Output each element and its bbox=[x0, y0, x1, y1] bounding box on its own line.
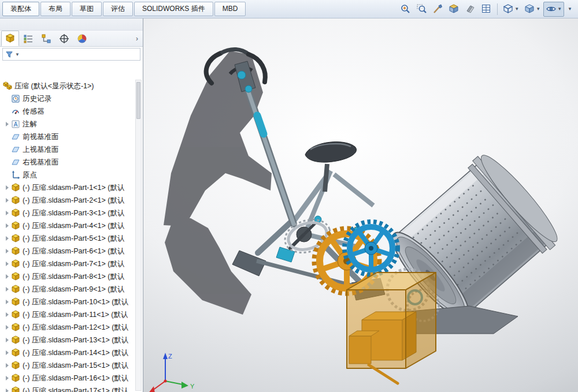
command-manager-ribbon: 装配体 布局 草图 评估 SOLIDWORKS 插件 MBD bbox=[0, 0, 578, 18]
expand-arrow-icon[interactable] bbox=[3, 376, 11, 380]
triad-z-label: Z bbox=[168, 353, 172, 360]
cast-shadow bbox=[164, 51, 272, 315]
view-settings-button[interactable] bbox=[479, 2, 494, 17]
featuremanager-icon bbox=[5, 33, 15, 43]
expand-arrow-icon[interactable] bbox=[3, 262, 11, 266]
tree-item-part[interactable]: (-) 压缩.sldasm-Part-12<1> (默认 bbox=[0, 321, 134, 334]
expand-arrow-icon[interactable] bbox=[3, 338, 11, 342]
tree-item-annotations[interactable]: 注解 bbox=[0, 118, 134, 130]
expand-arrow-icon[interactable] bbox=[3, 198, 11, 203]
toolbar-options-button[interactable]: ▼ bbox=[565, 2, 575, 17]
expand-arrow-icon[interactable] bbox=[3, 249, 11, 253]
filter-funnel-icon bbox=[5, 50, 14, 59]
tree-item-part[interactable]: (-) 压缩.sldasm-Part-13<1> (默认 bbox=[0, 334, 134, 346]
toolbar-separator bbox=[497, 3, 498, 15]
panel-header-gap bbox=[0, 18, 143, 31]
part-icon bbox=[11, 386, 20, 392]
tree-root-assembly[interactable]: 压缩 (默认<显示状态-1>) bbox=[0, 80, 134, 92]
tree-item-sensors[interactable]: 传感器 bbox=[0, 105, 134, 118]
tree-item-part[interactable]: (-) 压缩.sldasm-Part-16<1> (默认 bbox=[0, 372, 134, 384]
tree-item-origin[interactable]: 原点 bbox=[0, 169, 134, 181]
plane-icon bbox=[11, 158, 20, 167]
tree-item-right-plane[interactable]: 右视基准面 bbox=[0, 156, 134, 169]
expand-arrow-icon[interactable] bbox=[3, 236, 11, 241]
plane-icon bbox=[11, 145, 20, 154]
part-icon bbox=[11, 247, 20, 256]
part-icon bbox=[11, 234, 20, 243]
ribbon-tab-layout[interactable]: 布局 bbox=[40, 2, 71, 16]
apply-scene-icon bbox=[465, 3, 476, 14]
ribbon-tab-addins[interactable]: SOLIDWORKS 插件 bbox=[134, 2, 213, 16]
part-icon bbox=[11, 272, 20, 281]
zoom-to-area-icon bbox=[416, 3, 427, 14]
tree-item-part[interactable]: (-) 压缩.sldasm-Part-6<1> (默认 bbox=[0, 245, 134, 257]
tree-item-part[interactable]: (-) 压缩.sldasm-Part-2<1> (默认 bbox=[0, 194, 134, 207]
expand-arrow-icon[interactable] bbox=[3, 325, 11, 330]
zoom-to-area-button[interactable] bbox=[414, 2, 429, 17]
expand-arrow-icon[interactable] bbox=[3, 223, 11, 228]
graphics-viewport[interactable]: Z X Y bbox=[143, 18, 578, 392]
zoom-to-fit-icon bbox=[400, 3, 411, 14]
tree-scrollbar[interactable] bbox=[135, 80, 142, 391]
orientation-triad[interactable]: Z X Y bbox=[144, 353, 195, 392]
tree-filter[interactable]: ▼ bbox=[2, 48, 140, 61]
triad-y-label: Y bbox=[190, 383, 195, 390]
heads-up-view-toolbar: ▼ ▼ ▼ ▼ bbox=[398, 2, 578, 17]
expand-arrow-icon[interactable] bbox=[3, 363, 11, 368]
panel-flyout-expand-button[interactable]: › bbox=[131, 31, 143, 46]
tab-dimxpertmanager[interactable] bbox=[55, 31, 73, 46]
expand-arrow-icon[interactable] bbox=[3, 350, 11, 355]
edit-appearance-button[interactable] bbox=[430, 2, 446, 17]
tree-item-part[interactable]: (-) 压缩.sldasm-Part-1<1> (默认 bbox=[0, 181, 134, 194]
tree-scrollbar-thumb[interactable] bbox=[136, 82, 140, 119]
tree-item-part[interactable]: (-) 压缩.sldasm-Part-7<1> (默认 bbox=[0, 257, 134, 270]
tree-item-history[interactable]: 历史记录 bbox=[0, 92, 134, 105]
history-icon bbox=[11, 94, 20, 103]
view-settings-icon bbox=[481, 3, 492, 14]
expand-arrow-icon[interactable] bbox=[3, 300, 11, 304]
section-view-button[interactable] bbox=[446, 2, 462, 17]
tree-item-part[interactable]: (-) 压缩.sldasm-Part-5<1> (默认 bbox=[0, 232, 134, 245]
tree-item-part[interactable]: (-) 压缩.sldasm-Part-4<1> (默认 bbox=[0, 219, 134, 232]
glass-enclosure bbox=[347, 272, 436, 368]
tree-item-part[interactable]: (-) 压缩.sldasm-Part-14<1> (默认 bbox=[0, 346, 134, 359]
gearbox-part[interactable] bbox=[347, 269, 439, 383]
tab-configurationmanager[interactable] bbox=[37, 31, 55, 46]
expand-arrow-icon[interactable] bbox=[3, 211, 11, 215]
tree-item-part[interactable]: (-) 压缩.sldasm-Part-11<1> (默认 bbox=[0, 308, 134, 321]
model-scene[interactable]: Z X Y bbox=[143, 18, 578, 392]
apply-scene-button[interactable] bbox=[462, 2, 478, 17]
tab-propertymanager[interactable] bbox=[19, 31, 37, 46]
hide-show-items-button[interactable]: ▼ bbox=[543, 2, 564, 17]
expand-arrow-icon[interactable] bbox=[3, 312, 11, 317]
chevron-down-icon: ▼ bbox=[536, 6, 540, 12]
ribbon-tab-sketch[interactable]: 草图 bbox=[72, 2, 102, 16]
tree-item-part[interactable]: (-) 压缩.sldasm-Part-9<1> (默认 bbox=[0, 283, 134, 296]
view-orientation-button[interactable]: ▼ bbox=[501, 2, 521, 17]
tab-displaymanager[interactable] bbox=[73, 31, 91, 46]
ribbon-tab-evaluate[interactable]: 评估 bbox=[103, 2, 133, 16]
edit-appearance-icon bbox=[432, 3, 443, 14]
expand-arrow-icon[interactable] bbox=[3, 287, 11, 292]
origin-icon bbox=[11, 170, 20, 180]
tab-featuremanager[interactable] bbox=[1, 31, 19, 46]
ribbon-tab-assembly[interactable]: 装配体 bbox=[2, 2, 39, 16]
expand-arrow-icon[interactable] bbox=[3, 185, 11, 190]
expand-arrow-icon[interactable] bbox=[3, 389, 11, 392]
blue-gear[interactable] bbox=[344, 222, 398, 275]
expand-arrow-icon[interactable] bbox=[3, 122, 11, 126]
tree-item-part[interactable]: (-) 压缩.sldasm-Part-15<1> (默认 bbox=[0, 359, 134, 372]
tree-item-part[interactable]: (-) 压缩.sldasm-Part-10<1> (默认 bbox=[0, 296, 134, 308]
expand-arrow-icon[interactable] bbox=[3, 274, 11, 279]
tree-item-part[interactable]: (-) 压缩.sldasm-Part-17<1> (默认 bbox=[0, 384, 134, 392]
chevron-down-icon: ▼ bbox=[15, 52, 20, 57]
tree-item-front-plane[interactable]: 前视基准面 bbox=[0, 130, 134, 143]
tree-item-top-plane[interactable]: 上视基准面 bbox=[0, 143, 134, 156]
chevron-right-icon: › bbox=[136, 35, 138, 43]
dimxpertmanager-icon bbox=[59, 33, 69, 44]
ribbon-tab-mbd[interactable]: MBD bbox=[214, 2, 246, 16]
tree-item-part[interactable]: (-) 压缩.sldasm-Part-8<1> (默认 bbox=[0, 270, 134, 283]
tree-item-part[interactable]: (-) 压缩.sldasm-Part-3<1> (默认 bbox=[0, 207, 134, 219]
display-style-button[interactable]: ▼ bbox=[522, 2, 543, 17]
zoom-to-fit-button[interactable] bbox=[398, 2, 413, 17]
